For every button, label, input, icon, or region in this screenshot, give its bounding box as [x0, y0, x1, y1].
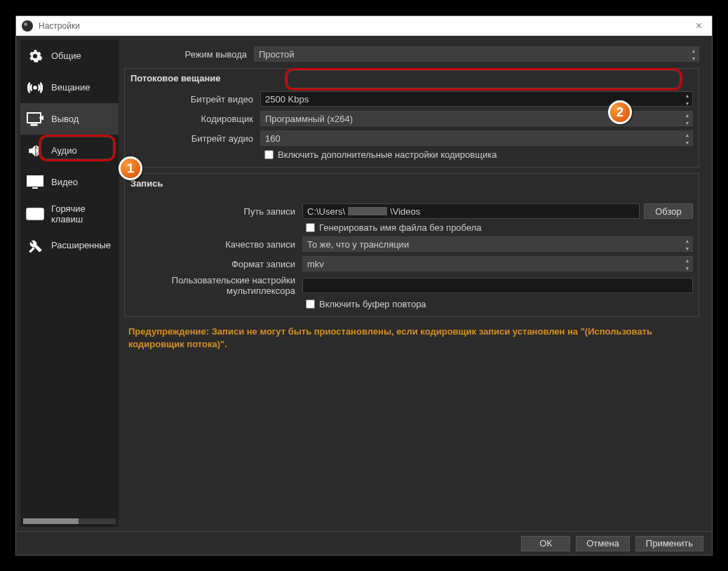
chevron-updown-icon: ▲▼ [682, 112, 692, 127]
sidebar-item-general[interactable]: Общие [20, 40, 119, 72]
chevron-updown-icon: ▲▼ [682, 237, 692, 253]
output-mode-select[interactable]: Простой ▲▼ [254, 46, 699, 62]
encoder-select[interactable]: Программный (x264) ▲▼ [260, 111, 693, 126]
video-bitrate-label: Битрейт видео [130, 94, 260, 105]
sidebar-item-label: Аудио [51, 145, 77, 156]
streaming-group: Потоковое вещание Битрейт видео 2500 Kbp… [124, 68, 699, 168]
sidebar-item-audio[interactable]: Аудио [20, 135, 119, 166]
sidebar-item-label: Вещание [51, 82, 90, 93]
recording-quality-select[interactable]: То же, что у трансляции ▲▼ [302, 236, 693, 252]
recording-format-select[interactable]: mkv ▲▼ [302, 256, 693, 271]
recording-format-label: Формат записи [130, 259, 302, 269]
sidebar-item-hotkeys[interactable]: Горячие клавиш [20, 198, 119, 229]
chevron-updown-icon: ▲▼ [689, 47, 699, 62]
broadcast-icon [26, 79, 44, 97]
settings-sidebar: Общие Вещание Вывод Аудио [20, 40, 119, 527]
warning-text: Предупреждение: Записи не могут быть при… [124, 323, 699, 354]
recording-group-title: Запись [130, 178, 693, 189]
audio-bitrate-select[interactable]: 160 ▲▼ [260, 130, 693, 146]
encoder-label: Кодировщик [130, 114, 260, 124]
svg-rect-3 [27, 176, 43, 186]
audio-icon [26, 142, 44, 160]
recording-quality-label: Качество записи [130, 239, 302, 250]
muxer-label: Пользовательские настройки мультиплексор… [130, 275, 302, 296]
chevron-updown-icon: ▲▼ [682, 257, 692, 272]
sidebar-item-label: Видео [51, 177, 78, 187]
sidebar-item-advanced[interactable]: Расширенные [20, 229, 119, 261]
recording-path-label: Путь записи [130, 206, 302, 217]
chevron-updown-icon: ▲▼ [682, 92, 692, 107]
sidebar-item-label: Вывод [51, 114, 79, 124]
sidebar-scrollbar[interactable] [23, 518, 116, 524]
hidden-path-segment [348, 207, 387, 215]
recording-path-input[interactable]: C:\Users\\Videos [302, 203, 640, 219]
streaming-group-title: Потоковое вещание [130, 73, 693, 83]
advanced-encoder-label: Включить дополнительные настройки кодиро… [278, 149, 497, 160]
sidebar-item-video[interactable]: Видео [20, 166, 119, 198]
no-space-filename-checkbox[interactable] [306, 223, 315, 232]
close-icon[interactable]: × [692, 20, 706, 32]
video-icon [26, 173, 44, 192]
sidebar-item-label: Горячие клавиш [51, 203, 113, 224]
tools-icon [26, 236, 44, 255]
app-icon [22, 20, 33, 32]
sidebar-item-output[interactable]: Вывод [20, 103, 119, 135]
window-title: Настройки [39, 21, 80, 31]
svg-rect-2 [31, 124, 37, 126]
browse-button[interactable]: Обзор [644, 203, 693, 219]
sidebar-item-label: Общие [51, 51, 81, 61]
muxer-input[interactable] [302, 278, 693, 293]
replay-buffer-label: Включить буфер повтора [319, 299, 426, 309]
video-bitrate-input[interactable]: 2500 Kbps ▲▼ [260, 91, 693, 107]
keyboard-icon [26, 205, 44, 223]
output-mode-label: Режим вывода [124, 49, 254, 60]
dialog-footer: ОК Отмена Применить [16, 531, 712, 555]
advanced-encoder-checkbox[interactable] [264, 150, 274, 159]
output-icon [26, 110, 44, 128]
no-space-filename-label: Генерировать имя файла без пробела [319, 222, 482, 233]
apply-button[interactable]: Применить [635, 536, 703, 551]
titlebar: Настройки × [16, 16, 712, 36]
svg-point-0 [34, 86, 36, 89]
settings-window: Настройки × Общие Вещание Вывод [15, 15, 713, 556]
sidebar-item-label: Расширенные [51, 240, 111, 250]
replay-buffer-checkbox[interactable] [306, 300, 315, 309]
recording-group: Запись Путь записи C:\Users\\Videos Обзо… [124, 173, 699, 317]
ok-button[interactable]: ОК [521, 536, 570, 551]
output-settings-panel: Режим вывода Простой ▲▼ Потоковое вещани… [119, 40, 708, 527]
gear-icon [26, 47, 44, 65]
audio-bitrate-label: Битрейт аудио [130, 133, 260, 144]
sidebar-item-stream[interactable]: Вещание [20, 72, 119, 103]
chevron-updown-icon: ▲▼ [682, 131, 692, 147]
cancel-button[interactable]: Отмена [576, 536, 630, 551]
